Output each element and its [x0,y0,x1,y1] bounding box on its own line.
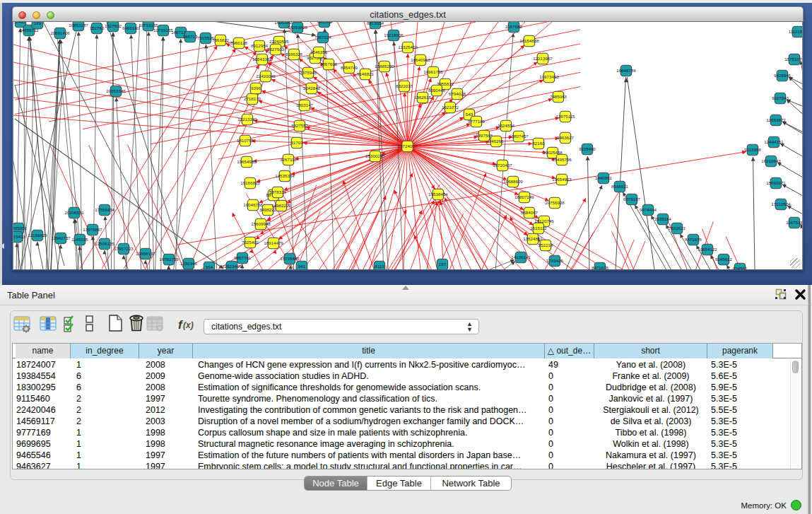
svg-text:8960128: 8960128 [230,40,248,45]
svg-text:14136141: 14136141 [511,255,531,259]
svg-text:1615112: 1615112 [530,226,547,230]
svg-text:8327552: 8327552 [291,123,309,128]
svg-text:549: 549 [466,112,473,117]
svg-text:8990448: 8990448 [428,88,446,93]
svg-text:16543362: 16543362 [252,57,272,62]
svg-text:16914479: 16914479 [264,240,283,245]
svg-text:(x): (x) [183,320,194,330]
svg-text:2405: 2405 [16,22,25,24]
svg-text:954: 954 [206,264,213,269]
svg-text:11121514: 11121514 [789,29,803,34]
svg-text:8471676: 8471676 [592,265,609,270]
svg-text:2935114: 2935114 [654,216,671,221]
svg-text:15716485: 15716485 [280,256,300,261]
svg-text:19166825: 19166825 [240,180,260,185]
svg-text:10853287: 10853287 [69,23,88,28]
svg-text:1733426: 1733426 [546,258,564,263]
svg-text:16210643: 16210643 [761,158,781,163]
svg-text:9215958: 9215958 [744,147,762,152]
svg-text:3624554: 3624554 [498,123,515,128]
svg-text:9146821: 9146821 [357,71,375,76]
svg-text:1292346: 1292346 [180,261,198,266]
svg-text:7357224: 7357224 [314,35,332,40]
svg-text:9227343: 9227343 [772,95,789,100]
svg-text:13495756: 13495756 [552,157,572,162]
svg-text:13975867: 13975867 [83,227,102,232]
svg-text:941: 941 [298,264,306,269]
svg-text:8471676: 8471676 [685,237,702,242]
svg-text:18807249: 18807249 [514,194,534,199]
svg-text:13325419: 13325419 [398,45,418,49]
svg-text:1435001: 1435001 [13,226,28,230]
svg-text:12213967: 12213967 [533,56,553,61]
svg-text:252214: 252214 [539,243,553,247]
svg-text:15751074: 15751074 [784,57,803,62]
svg-text:1145195: 1145195 [71,237,88,242]
svg-text:6466160: 6466160 [122,25,140,30]
svg-text:31700: 31700 [290,140,303,145]
svg-text:9327503: 9327503 [267,47,285,52]
svg-text:16648784: 16648784 [616,68,636,73]
svg-text:16782759: 16782759 [159,257,179,262]
svg-text:25300295: 25300295 [365,153,385,158]
svg-text:22260535: 22260535 [269,39,289,44]
svg-text:3267110: 3267110 [280,157,297,162]
svg-text:12156829: 12156829 [28,233,47,238]
svg-text:10719155: 10719155 [139,23,158,28]
svg-text:3375945: 3375945 [300,70,317,75]
svg-text:12923466: 12923466 [222,264,242,269]
svg-text:5684067: 5684067 [521,210,539,215]
svg-text:19538454: 19538454 [428,192,448,197]
svg-text:12093872: 12093872 [766,117,786,122]
svg-text:1167533: 1167533 [786,220,803,225]
svg-text:20691406: 20691406 [50,30,70,35]
svg-text:20206531: 20206531 [64,210,84,215]
svg-text:8186328: 8186328 [286,52,303,57]
svg-text:17010504: 17010504 [771,201,791,206]
svg-text:13535364: 13535364 [275,173,295,178]
svg-text:1621072: 1621072 [442,105,459,110]
svg-text:20053346: 20053346 [106,88,126,93]
svg-text:12942737: 12942737 [51,235,71,240]
svg-text:9463627: 9463627 [557,135,575,140]
svg-text:14982220: 14982220 [271,203,291,208]
svg-text:2718170: 2718170 [244,96,261,101]
svg-text:2242848: 2242848 [303,86,321,90]
svg-text:19218506: 19218506 [384,33,404,37]
svg-text:166713: 166713 [183,34,198,39]
svg-text:9396: 9396 [251,86,261,90]
svg-text:18640910: 18640910 [411,57,430,62]
svg-text:15885280: 15885280 [375,64,394,69]
svg-text:18724007: 18724007 [398,144,418,148]
svg-text:13975115: 13975115 [555,114,575,119]
svg-text:8813054: 8813054 [367,22,384,25]
svg-text:1440951: 1440951 [595,175,613,180]
svg-text:9777169: 9777169 [468,119,486,124]
svg-text:16154838: 16154838 [519,38,539,43]
svg-text:169: 169 [34,22,42,25]
svg-text:7632621: 7632621 [669,226,686,230]
svg-text:1527602: 1527602 [105,23,122,28]
svg-text:924561: 924561 [733,266,748,270]
svg-text:20756928: 20756928 [545,200,565,205]
svg-text:12213349: 12213349 [237,117,257,122]
svg-text:62160: 62160 [532,141,545,146]
svg-text:16053809: 16053809 [288,25,307,30]
svg-text:10807457: 10807457 [509,134,529,139]
svg-text:10719155: 10719155 [153,28,173,33]
svg-text:746266: 746266 [489,139,504,144]
svg-text:8938921: 8938921 [611,184,629,189]
svg-text:10654122: 10654122 [698,247,717,252]
svg-text:10973493: 10973493 [539,74,559,79]
svg-text:9329946: 9329946 [774,73,792,78]
svg-text:152760: 152760 [90,25,105,30]
svg-text:3915413: 3915413 [13,234,26,239]
svg-text:8912954: 8912954 [251,43,269,48]
svg-text:8113: 8113 [375,264,384,269]
svg-text:9245612: 9245612 [715,257,733,262]
svg-text:6794028: 6794028 [449,91,466,96]
svg-text:7663822: 7663822 [212,37,230,42]
svg-text:15720407: 15720407 [493,163,512,168]
svg-text:16961758: 16961758 [423,69,443,74]
svg-text:167: 167 [439,262,447,267]
